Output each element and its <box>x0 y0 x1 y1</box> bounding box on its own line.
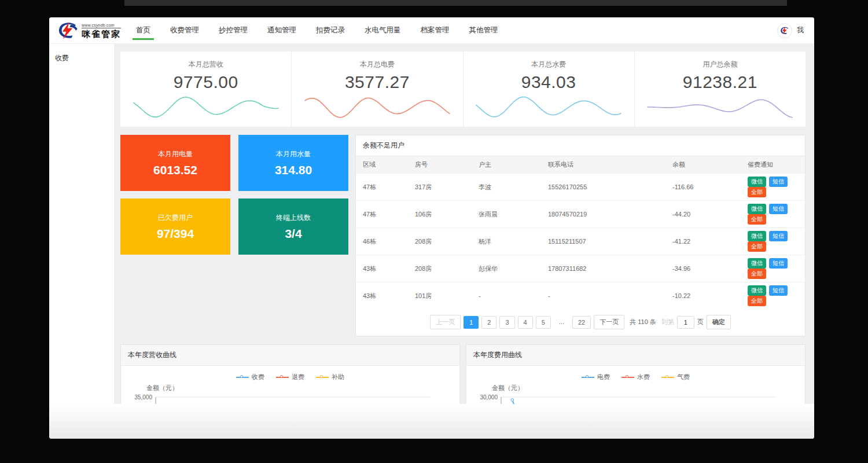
cost-chart-ylabel: 金额（元） <box>492 384 801 392</box>
revenue-chart-body: 收费退费补助 金额（元） 05,00010,00015,00020,00025,… <box>121 366 459 404</box>
table-column-header: 余额 <box>665 156 741 174</box>
app-footer-space <box>49 404 814 439</box>
legend-label: 收费 <box>252 373 264 381</box>
cost-chart-title: 本年度费用曲线 <box>466 345 805 366</box>
legend-marker-icon <box>316 375 329 379</box>
nav-menu: 首页收费管理抄控管理通知管理扣费记录水电气用量档案管理其他管理 <box>136 17 498 43</box>
avatar[interactable] <box>777 23 792 38</box>
legend-item-退费[interactable]: 退费 <box>276 373 304 381</box>
notify-短信-button[interactable]: 短信 <box>769 204 788 214</box>
table-actions-cell: 微信短信全部 <box>741 174 805 201</box>
notify-短信-button[interactable]: 短信 <box>769 285 788 296</box>
legend-item-电费[interactable]: 电费 <box>582 373 610 381</box>
table-cell: 43栋 <box>356 282 408 310</box>
nav-item-4[interactable]: 扣费记录 <box>316 17 345 43</box>
nav-item-2[interactable]: 抄控管理 <box>219 17 248 43</box>
stat-label: 用户总余额 <box>635 60 806 69</box>
notify-短信-button[interactable]: 短信 <box>769 177 788 187</box>
metric-tile-0[interactable]: 本月用电量6013.52 <box>120 135 230 191</box>
pagination-prev-button[interactable]: 上一页 <box>430 315 461 329</box>
legend-item-水费[interactable]: 水费 <box>621 373 650 381</box>
notify-全部-button[interactable]: 全部 <box>748 296 766 306</box>
notify-全部-button[interactable]: 全部 <box>748 214 766 225</box>
tile-label: 终端上线数 <box>276 213 311 223</box>
table-cell: - <box>472 282 541 310</box>
low-balance-table: 区域房号户主联系电话余额催费通知 47栋317房李波15526170255-11… <box>356 156 805 309</box>
svg-text:30,000: 30,000 <box>480 394 498 400</box>
table-cell: 43栋 <box>356 255 408 282</box>
legend-label: 退费 <box>292 373 304 381</box>
brand-name: 咪雀管家 <box>82 30 121 38</box>
notify-全部-button[interactable]: 全部 <box>748 269 766 279</box>
table-row: 46栋208房杨洋15115211507-41.22微信短信全部 <box>356 228 805 255</box>
table-cell: 208房 <box>408 255 472 282</box>
stat-card-3: 用户总余额91238.21 <box>634 52 806 127</box>
nav-item-3[interactable]: 通知管理 <box>267 17 296 43</box>
avatar-logo-icon <box>779 27 790 35</box>
pagination-next-button[interactable]: 下一页 <box>594 315 624 329</box>
metric-tile-3[interactable]: 终端上线数3/4 <box>238 199 348 255</box>
nav-item-5[interactable]: 水电气用量 <box>365 17 401 43</box>
table-cell: 彭保华 <box>472 255 541 282</box>
tile-label: 已欠费用户 <box>158 213 193 223</box>
brand-logo-icon <box>56 22 79 39</box>
nav-item-7[interactable]: 其他管理 <box>469 17 498 43</box>
legend-item-收费[interactable]: 收费 <box>236 373 264 381</box>
charts-row: 本年度营收曲线 收费退费补助 金额（元） 05,00010,00015,0002… <box>120 344 806 404</box>
cost-chart-body: 电费水费气费 金额（元） 05,00010,00015,00020,00025,… <box>466 366 805 404</box>
notify-微信-button[interactable]: 微信 <box>748 177 766 187</box>
stat-label: 本月总电费 <box>292 60 462 69</box>
stat-value: 3577.27 <box>292 72 462 92</box>
notify-短信-button[interactable]: 短信 <box>769 231 788 241</box>
notify-短信-button[interactable]: 短信 <box>769 258 788 269</box>
revenue-chart-legend: 收费退费补助 <box>124 373 456 381</box>
table-actions-cell: 微信短信全部 <box>741 228 805 255</box>
tile-value: 6013.52 <box>153 163 197 177</box>
low-balance-title: 余额不足用户 <box>356 135 805 156</box>
brand[interactable]: www.csyndb.com 咪雀管家 <box>56 17 121 43</box>
cost-chart-panel: 本年度费用曲线 电费水费气费 金额（元） 05,00010,00015,0002… <box>466 344 806 404</box>
table-cell: -44.20 <box>665 201 741 228</box>
pagination-goto-input[interactable] <box>677 316 694 329</box>
pagination-confirm-button[interactable]: 确定 <box>707 315 731 329</box>
notify-全部-button[interactable]: 全部 <box>748 241 766 252</box>
brand-site: www.csyndb.com <box>82 23 121 28</box>
sidebar-item-charges[interactable]: 收费 <box>55 53 108 63</box>
metric-tile-1[interactable]: 本月用水量314.80 <box>238 135 348 191</box>
tile-value: 97/394 <box>157 227 194 241</box>
stat-card-2: 本月总水费934.03 <box>463 52 634 127</box>
revenue-chart-ylabel: 金额（元） <box>146 384 456 392</box>
tile-value: 314.80 <box>275 163 312 177</box>
pagination-pages: 12345...22 <box>464 316 591 329</box>
table-actions-cell: 微信短信全部 <box>741 255 805 282</box>
low-balance-panel: 余额不足用户 区域房号户主联系电话余额催费通知 47栋317房李波1552617… <box>355 135 806 336</box>
monitor-bezel-strip <box>124 0 787 6</box>
legend-item-气费[interactable]: 气费 <box>661 373 690 381</box>
user-menu[interactable]: 我 <box>797 25 804 35</box>
pagination-page-2[interactable]: 2 <box>481 316 496 329</box>
pagination-page-4[interactable]: 4 <box>518 316 533 329</box>
pagination-page-22[interactable]: 22 <box>572 316 591 329</box>
notify-微信-button[interactable]: 微信 <box>748 231 766 241</box>
tile-label: 本月用水量 <box>276 149 311 159</box>
notify-全部-button[interactable]: 全部 <box>748 187 766 197</box>
table-row: 43栋101房---10.22微信短信全部 <box>356 282 805 310</box>
notify-微信-button[interactable]: 微信 <box>748 258 766 269</box>
nav-item-0[interactable]: 首页 <box>136 17 150 43</box>
pagination-page-5[interactable]: 5 <box>536 316 551 329</box>
stat-sparkline <box>301 92 453 121</box>
legend-item-补助[interactable]: 补助 <box>316 373 344 381</box>
table-cell: 15115211507 <box>541 228 665 255</box>
pagination-page-3[interactable]: 3 <box>499 316 514 329</box>
nav-item-6[interactable]: 档案管理 <box>421 17 450 43</box>
notify-微信-button[interactable]: 微信 <box>748 204 766 214</box>
pagination-ellipsis: ... <box>554 316 569 329</box>
table-cell: - <box>541 282 665 310</box>
table-header-row: 区域房号户主联系电话余额催费通知 <box>356 156 805 174</box>
table-column-header: 联系电话 <box>541 156 665 174</box>
cost-line-chart: 05,00010,00015,00020,00025,00030,0001234… <box>470 392 794 404</box>
nav-item-1[interactable]: 收费管理 <box>170 17 199 43</box>
metric-tile-2[interactable]: 已欠费用户97/394 <box>120 199 230 255</box>
notify-微信-button[interactable]: 微信 <box>748 285 766 296</box>
pagination-page-1[interactable]: 1 <box>464 316 479 329</box>
